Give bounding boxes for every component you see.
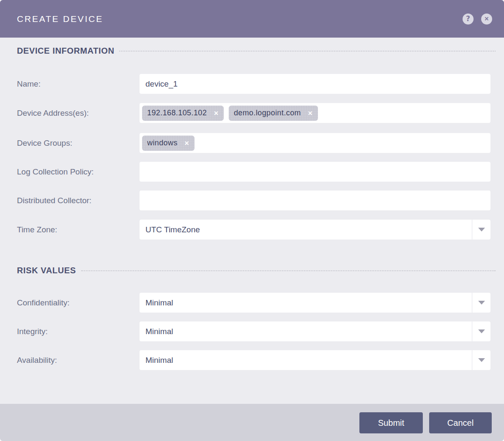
section-title: RISK VALUES	[17, 266, 76, 275]
remove-tag-icon[interactable]: ✕	[308, 110, 313, 116]
distributed-collector-label: Distributed Collector:	[17, 191, 91, 210]
help-button[interactable]: ?	[463, 14, 474, 24]
chevron-down-icon	[478, 228, 485, 231]
field-row-device-addresses: Device Address(es): 192.168.105.102 ✕ de…	[17, 103, 490, 123]
name-label: Name:	[17, 74, 41, 94]
remove-tag-icon[interactable]: ✕	[214, 110, 219, 116]
section-title: DEVICE INFORMATION	[17, 46, 114, 56]
device-groups-input[interactable]: windows ✕	[140, 133, 490, 153]
tag-label: windows	[147, 139, 178, 147]
section-rule	[119, 51, 496, 52]
section-rule	[81, 270, 496, 271]
availability-value: Minimal	[145, 356, 173, 365]
section-device-information: DEVICE INFORMATION	[17, 46, 496, 56]
address-tag: demo.logpoint.com ✕	[229, 106, 318, 121]
tag-label: 192.168.105.102	[147, 109, 207, 117]
dropdown-button[interactable]	[472, 220, 490, 240]
availability-label: Availability:	[17, 350, 57, 370]
field-row-availability: Availability: Minimal	[17, 350, 490, 370]
tag-label: demo.logpoint.com	[234, 109, 301, 117]
field-row-time-zone: Time Zone: UTC TimeZone	[17, 220, 490, 240]
time-zone-select[interactable]: UTC TimeZone	[140, 220, 490, 240]
name-input[interactable]	[140, 74, 490, 94]
close-button[interactable]: ✕	[481, 14, 492, 24]
field-row-device-groups: Device Groups: windows ✕	[17, 133, 490, 153]
remove-tag-icon[interactable]: ✕	[184, 140, 189, 146]
device-addresses-input[interactable]: 192.168.105.102 ✕ demo.logpoint.com ✕	[140, 103, 490, 123]
help-icon: ?	[466, 15, 470, 22]
address-tag: 192.168.105.102 ✕	[142, 106, 224, 121]
integrity-select[interactable]: Minimal	[140, 321, 490, 341]
cancel-button[interactable]: Cancel	[429, 412, 492, 433]
header-icons: ? ✕	[463, 14, 492, 24]
availability-select[interactable]: Minimal	[140, 350, 490, 370]
distributed-collector-input[interactable]	[140, 191, 490, 210]
field-row-confidentiality: Confidentiality: Minimal	[17, 293, 490, 313]
dialog-footer: Submit Cancel	[0, 404, 504, 441]
section-risk-values: RISK VALUES	[17, 266, 496, 275]
field-row-name: Name:	[17, 74, 490, 94]
log-collection-policy-label: Log Collection Policy:	[17, 162, 94, 182]
close-icon: ✕	[485, 16, 489, 22]
field-row-log-collection-policy: Log Collection Policy:	[17, 162, 490, 182]
dropdown-button[interactable]	[472, 293, 490, 313]
confidentiality-select[interactable]: Minimal	[140, 293, 490, 313]
dialog-title: CREATE DEVICE	[17, 14, 103, 24]
group-tag: windows ✕	[142, 136, 194, 151]
field-row-distributed-collector: Distributed Collector:	[17, 191, 490, 210]
device-groups-label: Device Groups:	[17, 133, 72, 153]
integrity-label: Integrity:	[17, 321, 48, 341]
time-zone-label: Time Zone:	[17, 220, 57, 240]
confidentiality-value: Minimal	[145, 298, 173, 308]
chevron-down-icon	[478, 329, 485, 333]
chevron-down-icon	[478, 358, 485, 362]
device-addresses-label: Device Address(es):	[17, 103, 89, 123]
field-row-integrity: Integrity: Minimal	[17, 321, 490, 341]
log-collection-policy-input[interactable]	[140, 162, 490, 182]
create-device-dialog: CREATE DEVICE ? ✕ DEVICE INFORMATION Nam…	[0, 0, 504, 441]
time-zone-value: UTC TimeZone	[145, 225, 200, 234]
chevron-down-icon	[478, 301, 485, 305]
dialog-body: DEVICE INFORMATION Name: Device Address(…	[0, 38, 504, 404]
dialog-header: CREATE DEVICE ? ✕	[0, 0, 504, 38]
submit-button[interactable]: Submit	[359, 412, 423, 433]
integrity-value: Minimal	[145, 327, 173, 336]
confidentiality-label: Confidentiality:	[17, 293, 70, 313]
dropdown-button[interactable]	[472, 321, 490, 341]
dropdown-button[interactable]	[472, 350, 490, 370]
